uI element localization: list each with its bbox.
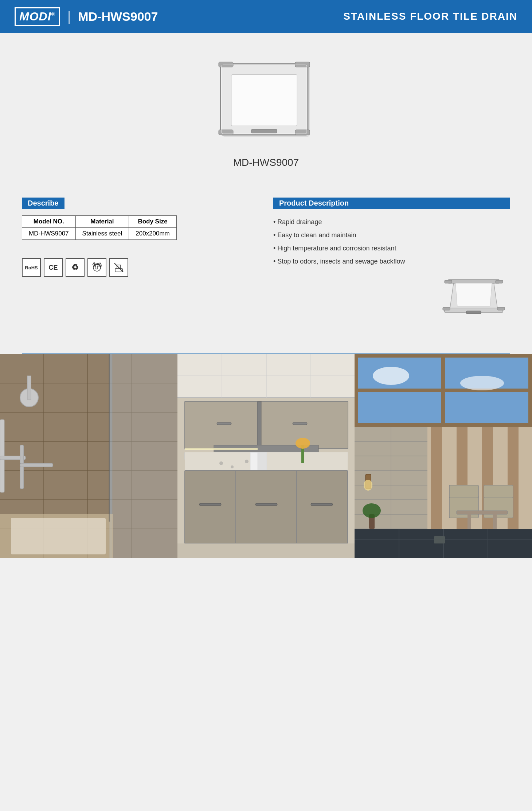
product-image [211,58,321,146]
modi-logo: MODI® [15,7,60,26]
product-desc-label: Product Description [273,198,510,209]
svg-point-62 [296,438,310,449]
feature-1: Rapid drainage [273,215,510,229]
cell-material: Stainless steel [75,228,129,240]
col-header-model: Model NO. [22,216,76,228]
svg-rect-69 [255,503,277,506]
table-row: MD-HWS9007 Stainless steel 200x200mm [22,228,177,240]
svg-rect-8 [231,75,297,126]
svg-rect-19 [496,280,503,283]
describe-label: Describe [22,198,64,209]
logo-registered: ® [51,11,55,17]
features-list: Rapid drainage Easy to clean and maintai… [273,215,510,268]
svg-rect-18 [445,280,452,283]
svg-rect-58 [185,448,258,450]
svg-rect-55 [293,422,307,425]
svg-point-72 [219,461,223,465]
svg-rect-106 [457,511,508,514]
svg-rect-104 [484,496,513,518]
svg-rect-68 [199,503,221,506]
svg-rect-16 [448,280,499,283]
svg-rect-35 [112,354,177,558]
badge-recycle1: ♻ [66,258,85,277]
header-left: MODI® | MD-HWS9007 [15,7,158,26]
svg-rect-6 [295,130,310,135]
cell-size: 200x200mm [129,228,177,240]
feature-2: Easy to clean and maintain [273,229,510,242]
svg-rect-5 [219,130,233,135]
badge-rohs: RoHS [22,258,41,277]
photo-gallery [0,354,532,558]
svg-rect-10 [251,129,277,133]
header-divider: | [67,9,71,24]
svg-rect-54 [217,422,231,425]
svg-rect-37 [11,518,106,554]
cell-model: MD-HWS9007 [22,228,76,240]
badges-row: RoHS CE ♻ [22,258,259,277]
drain-side-image [437,272,510,335]
svg-marker-17 [455,283,492,306]
svg-rect-21 [497,307,505,310]
svg-rect-43 [20,463,53,467]
gallery-photo-kitchen [177,354,355,558]
spec-table: Model NO. Material Body Size MD-HWS9007 … [22,215,177,240]
badge-cross [109,258,128,277]
svg-line-13 [114,263,123,272]
gallery-photo-shower [0,354,177,558]
page-header: MODI® | MD-HWS9007 STAINLESS FLOOR TILE … [0,0,532,33]
badge-recycle2 [87,258,106,277]
svg-rect-105 [484,485,513,498]
logo-text: MODI [19,10,51,23]
svg-rect-65 [185,471,348,543]
right-panel: Product Description Rapid drainage Easy … [273,198,510,335]
svg-rect-108 [493,514,497,529]
header-product-type: STAINLESS FLOOR TILE DRAIN [343,11,517,22]
col-header-material: Material [75,216,129,228]
svg-rect-107 [468,514,471,529]
svg-rect-70 [311,503,333,506]
product-image-section: MD-HWS9007 [0,33,532,183]
svg-rect-41 [27,376,31,399]
svg-rect-103 [449,485,478,498]
svg-rect-22 [466,311,481,314]
svg-rect-111 [434,536,445,543]
feature-4: Stop to odors, insects and sewage backfl… [273,255,510,268]
svg-rect-3 [219,62,233,67]
badge-ce: CE [44,258,63,277]
svg-point-79 [373,367,409,385]
svg-rect-52 [185,401,258,449]
middle-section: Describe Model NO. Material Body Size MD… [0,183,532,353]
svg-point-73 [231,465,234,468]
svg-point-110 [363,503,381,518]
gallery-photo-outdoor [355,354,532,558]
svg-rect-71 [177,543,355,558]
svg-point-74 [245,460,249,463]
svg-point-80 [460,376,504,390]
header-model-number: MD-HWS9007 [78,9,158,24]
feature-3: High temperature and corrosion resistant [273,242,510,255]
svg-point-96 [364,480,372,491]
product-model-label: MD-HWS9007 [233,157,299,168]
svg-rect-102 [449,496,478,518]
col-header-size: Body Size [129,216,177,228]
svg-rect-4 [295,62,310,67]
left-panel: Describe Model NO. Material Body Size MD… [22,198,259,335]
svg-rect-20 [443,307,450,310]
svg-rect-56 [258,401,261,449]
product-image-container [208,55,324,149]
